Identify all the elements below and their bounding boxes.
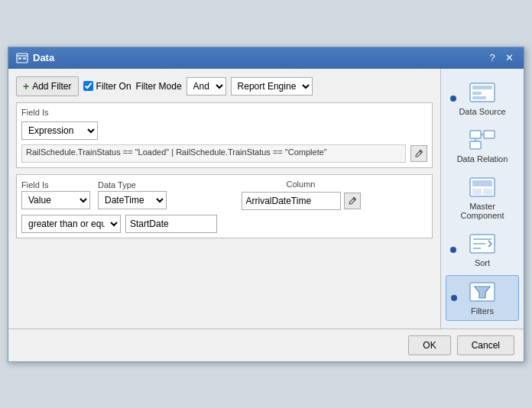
- filter2-operator-select[interactable]: greater than or equless thanequal: [21, 215, 121, 233]
- filter1-expression-row: ExpressionValue: [21, 121, 427, 140]
- sidebar-item-master-component[interactable]: Master Component: [446, 171, 519, 225]
- svg-rect-15: [472, 189, 482, 195]
- svg-rect-14: [472, 180, 492, 186]
- report-engine-dropdown-group: Report Engine: [231, 77, 313, 96]
- sort-label: Sort: [475, 258, 490, 267]
- filter-on-checkbox[interactable]: [83, 81, 93, 91]
- filter1-field-is-label: Field Is: [21, 108, 427, 117]
- filter2-section: Field Is ValueExpression Data Type DateT…: [16, 174, 433, 238]
- dialog-title: Data: [33, 52, 54, 63]
- add-filter-button[interactable]: + Add Filter: [16, 76, 79, 96]
- data-relation-icon: [469, 128, 496, 151]
- pencil-icon: [414, 149, 423, 158]
- filter2-top: Field Is ValueExpression Data Type DateT…: [21, 180, 427, 210]
- filter2-field-is-label: Field Is: [21, 180, 90, 189]
- filters-label: Filters: [471, 306, 494, 316]
- sidebar-item-data-relation[interactable]: Data Relation: [446, 124, 519, 168]
- dialog-body: + Add Filter Filter On Filter Mode AndOr…: [8, 69, 524, 329]
- ok-button[interactable]: OK: [408, 335, 450, 355]
- filters-dot: [451, 295, 457, 301]
- pencil-icon: [348, 196, 357, 206]
- filter2-column-label: Column: [287, 180, 316, 189]
- sidebar-item-data-source[interactable]: Data Source: [446, 76, 519, 121]
- sidebar-item-sort[interactable]: Sort: [446, 228, 519, 272]
- filter2-field-is-select[interactable]: ValueExpression: [21, 191, 90, 209]
- filter2-value-input[interactable]: [125, 215, 217, 233]
- filter2-column-group: Column: [174, 180, 427, 210]
- report-engine-select[interactable]: Report Engine: [231, 77, 313, 96]
- sidebar-item-filters[interactable]: Filters: [446, 275, 519, 321]
- svg-rect-8: [470, 131, 481, 138]
- title-bar: Data ? ✕: [8, 47, 524, 69]
- and-dropdown-group: AndOr: [187, 77, 226, 96]
- data-source-icon: [469, 81, 496, 104]
- master-component-label: Master Component: [449, 202, 516, 220]
- sort-icon: [469, 232, 496, 255]
- cancel-button[interactable]: Cancel: [457, 335, 514, 355]
- master-component-icon: [469, 176, 496, 199]
- svg-rect-6: [472, 92, 482, 95]
- filters-icon: [469, 280, 496, 303]
- filter-on-label: Filter On: [96, 81, 131, 92]
- svg-rect-3: [23, 57, 26, 60]
- main-panel: + Add Filter Filter On Filter Mode AndOr…: [8, 69, 441, 329]
- filter1-expr-text-row: RailSchedule.TrainStatus == "Loaded" | R…: [21, 144, 427, 163]
- filter1-section: Field Is ExpressionValue RailSchedule.Tr…: [16, 102, 433, 168]
- svg-rect-2: [18, 57, 21, 60]
- title-bar-actions: ? ✕: [485, 51, 516, 65]
- filter1-edit-button[interactable]: [410, 145, 427, 162]
- help-button[interactable]: ?: [485, 51, 499, 65]
- filter-on-checkbox-label: Filter On: [83, 81, 131, 92]
- filter2-data-type-select[interactable]: DateTimeStringInteger: [98, 191, 167, 209]
- svg-rect-16: [483, 189, 492, 195]
- filter2-data-type-group: Data Type DateTimeStringInteger: [98, 180, 167, 209]
- dialog-title-icon: [16, 52, 28, 64]
- data-source-dot: [450, 96, 456, 102]
- title-bar-left: Data: [16, 52, 54, 64]
- filter-mode-label: Filter Mode: [136, 81, 182, 92]
- dialog: Data ? ✕ + Add Filter Filter On Filter M…: [8, 47, 524, 362]
- svg-rect-9: [484, 131, 495, 138]
- data-relation-label: Data Relation: [457, 154, 508, 164]
- svg-rect-5: [472, 86, 492, 89]
- close-button[interactable]: ✕: [502, 51, 516, 65]
- filter2-bottom: greater than or equless thanequal: [21, 215, 427, 233]
- filter2-edit-button[interactable]: [344, 193, 361, 209]
- svg-rect-10: [470, 141, 481, 149]
- and-select[interactable]: AndOr: [187, 77, 226, 96]
- filter2-data-type-label: Data Type: [98, 180, 167, 189]
- sort-dot: [450, 247, 456, 253]
- filter2-field-is-group: Field Is ValueExpression: [21, 180, 90, 209]
- right-panel: Data Source Data Relation: [441, 69, 524, 329]
- add-filter-label: Add Filter: [32, 81, 71, 92]
- filter1-field-is-select[interactable]: ExpressionValue: [21, 121, 98, 140]
- svg-rect-7: [472, 96, 486, 99]
- data-source-label: Data Source: [459, 107, 505, 116]
- filter2-column-input[interactable]: [242, 192, 341, 210]
- dialog-footer: OK Cancel: [8, 329, 524, 361]
- filter1-expression-text: RailSchedule.TrainStatus == "Loaded" | R…: [21, 144, 406, 163]
- toolbar: + Add Filter Filter On Filter Mode AndOr…: [16, 76, 433, 96]
- add-icon: +: [23, 80, 29, 92]
